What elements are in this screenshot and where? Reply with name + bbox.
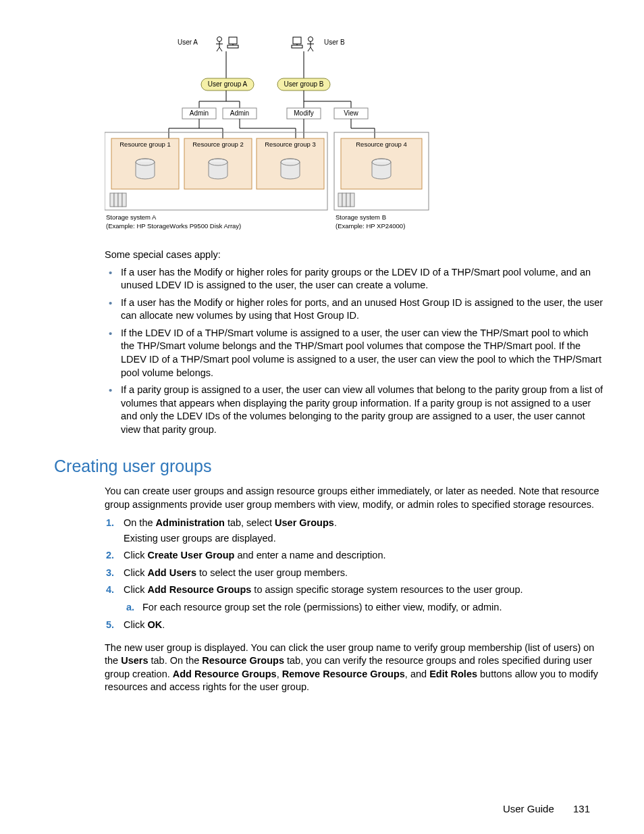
bullet-text: If the LDEV ID of a THP/Smart volume is … bbox=[121, 328, 601, 378]
storage-a-example: (Example: HP StorageWorks P9500 Disk Arr… bbox=[106, 222, 241, 230]
bold: Administration bbox=[156, 517, 225, 528]
special-cases-list: If a user has the Modify or higher roles… bbox=[105, 266, 603, 437]
label-rg4: Resource group 4 bbox=[356, 140, 407, 148]
create-intro: You can create user groups and assign re… bbox=[105, 485, 603, 511]
label-modify: Modify bbox=[294, 109, 313, 117]
bold: Add Resource Groups bbox=[173, 669, 277, 679]
step-5: Click OK. bbox=[124, 619, 603, 632]
step-2: Click Create User Group and enter a name… bbox=[124, 549, 603, 563]
step-4a: For each resource group set the role (pe… bbox=[142, 601, 603, 615]
storage-a-name: Storage system A bbox=[106, 213, 157, 221]
text: . bbox=[334, 517, 337, 528]
special-intro: Some special cases apply: bbox=[105, 249, 603, 262]
label-rg2: Resource group 2 bbox=[192, 140, 244, 148]
step-3: Click Add Users to select the user group… bbox=[124, 567, 603, 580]
bold: Users bbox=[121, 655, 148, 666]
bold: Add Users bbox=[147, 567, 196, 578]
text: Click bbox=[124, 567, 147, 578]
label-rg1: Resource group 1 bbox=[119, 140, 171, 148]
creating-user-groups-body: You can create user groups and assign re… bbox=[105, 485, 603, 694]
bold: OK bbox=[147, 619, 162, 630]
text: Click bbox=[124, 619, 147, 630]
step-1-sub: Existing user groups are displayed. bbox=[124, 532, 603, 546]
steps-list: On the Administration tab, select User G… bbox=[105, 517, 603, 631]
bold: User Groups bbox=[275, 517, 334, 528]
text: to assign specific storage system resour… bbox=[251, 584, 522, 595]
closing-paragraph: The new user group is displayed. You can… bbox=[105, 642, 603, 694]
label-view: View bbox=[344, 109, 358, 117]
list-item: If a user has the Modify or higher roles… bbox=[121, 266, 603, 292]
text: and enter a name and description. bbox=[234, 550, 385, 561]
page-number: 131 bbox=[573, 803, 590, 814]
bold: Create User Group bbox=[147, 550, 234, 561]
label-user-b: User B bbox=[324, 38, 345, 46]
label-rg3: Resource group 3 bbox=[265, 140, 316, 148]
list-item: If a parity group is assigned to a user,… bbox=[121, 384, 603, 436]
step-4: Click Add Resource Groups to assign spec… bbox=[124, 583, 603, 614]
list-item: If the LDEV ID of a THP/Smart volume is … bbox=[121, 327, 603, 380]
section-heading: Creating user groups bbox=[54, 455, 603, 478]
step-1: On the Administration tab, select User G… bbox=[124, 517, 603, 545]
substeps: For each resource group set the role (pe… bbox=[124, 601, 603, 615]
bold: Resource Groups bbox=[202, 655, 284, 666]
bold: Edit Roles bbox=[429, 669, 477, 679]
text: tab, select bbox=[225, 517, 275, 528]
text: On the bbox=[124, 517, 156, 528]
diagram: User A User B User group A User group B … bbox=[105, 34, 603, 236]
storage-b-name: Storage system B bbox=[336, 213, 386, 221]
text: Click bbox=[124, 550, 147, 561]
bullet-text: If a parity group is assigned to a user,… bbox=[121, 384, 603, 435]
diagram-svg: User A User B User group A User group B … bbox=[105, 34, 456, 236]
text: Click bbox=[124, 584, 147, 595]
text: to select the user group members. bbox=[196, 567, 348, 578]
label-group-a: User group A bbox=[208, 80, 248, 88]
label-admin1: Admin bbox=[190, 109, 209, 117]
text: tab. On the bbox=[149, 655, 203, 666]
footer-label: User Guide bbox=[503, 803, 554, 814]
label-admin2: Admin bbox=[230, 109, 249, 117]
page-footer: User Guide 131 bbox=[41, 802, 603, 816]
special-cases-block: Some special cases apply: If a user has … bbox=[105, 249, 603, 436]
bullet-text: If a user has the Modify or higher roles… bbox=[121, 297, 603, 321]
bullet-text: If a user has the Modify or higher roles… bbox=[121, 267, 591, 291]
bold: Add Resource Groups bbox=[147, 584, 251, 595]
label-user-a: User A bbox=[178, 38, 198, 46]
bold: Remove Resource Groups bbox=[282, 669, 405, 679]
text: For each resource group set the role (pe… bbox=[142, 602, 502, 613]
text: , and bbox=[405, 669, 429, 679]
storage-b-example: (Example: HP XP24000) bbox=[336, 222, 405, 230]
label-group-b: User group B bbox=[284, 80, 324, 88]
text: , bbox=[277, 669, 282, 679]
text: . bbox=[162, 619, 165, 630]
list-item: If a user has the Modify or higher roles… bbox=[121, 296, 603, 323]
